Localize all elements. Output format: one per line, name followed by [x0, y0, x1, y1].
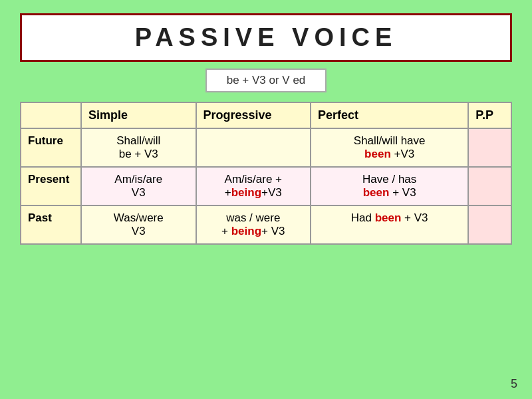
tense-future: Future: [21, 128, 81, 167]
tense-past: Past: [21, 205, 81, 244]
past-pp-cell: [468, 205, 511, 244]
page-title: PASSIVE VOICE: [135, 23, 398, 51]
tense-present: Present: [21, 167, 81, 205]
present-progressive-being: being: [231, 186, 261, 199]
passive-voice-table: Simple Progressive Perfect P.P Future Sh…: [20, 102, 512, 245]
header-perfect: Perfect: [311, 102, 468, 128]
table-row-future: Future Shall/willbe + V3 Shall/will have…: [21, 128, 511, 167]
table-header-row: Simple Progressive Perfect P.P: [21, 102, 511, 128]
present-pp-cell: [468, 167, 511, 205]
table-row-past: Past Was/wereV3 was / were + being+ V3 H…: [21, 205, 511, 244]
table-row-present: Present Am/is/areV3 Am/is/are ++being+V3…: [21, 167, 511, 205]
past-simple-cell: Was/wereV3: [81, 205, 196, 244]
past-progressive-being: being: [231, 225, 261, 237]
past-progressive-cell: was / were + being+ V3: [196, 205, 311, 244]
header-progressive: Progressive: [196, 102, 311, 128]
future-perfect-cell: Shall/will have been +V3: [311, 128, 468, 167]
page-number: 5: [511, 377, 517, 391]
title-box: PASSIVE VOICE: [20, 13, 512, 62]
future-simple-cell: Shall/willbe + V3: [81, 128, 196, 167]
past-perfect-cell: Had been + V3: [311, 205, 468, 244]
header-simple: Simple: [81, 102, 196, 128]
present-perfect-been: been: [363, 186, 390, 199]
present-progressive-cell: Am/is/are ++being+V3: [196, 167, 311, 205]
header-pp: P.P: [468, 102, 511, 128]
present-perfect-cell: Have / has been + V3: [311, 167, 468, 205]
future-progressive-cell: [196, 128, 311, 167]
present-simple-cell: Am/is/areV3: [81, 167, 196, 205]
header-empty: [21, 102, 81, 128]
subtitle-text: be + V3 or V ed: [227, 74, 306, 86]
past-perfect-been: been: [375, 211, 402, 224]
future-pp-cell: [468, 128, 511, 167]
subtitle-box: be + V3 or V ed: [205, 68, 327, 92]
future-perfect-been: been: [364, 148, 391, 160]
